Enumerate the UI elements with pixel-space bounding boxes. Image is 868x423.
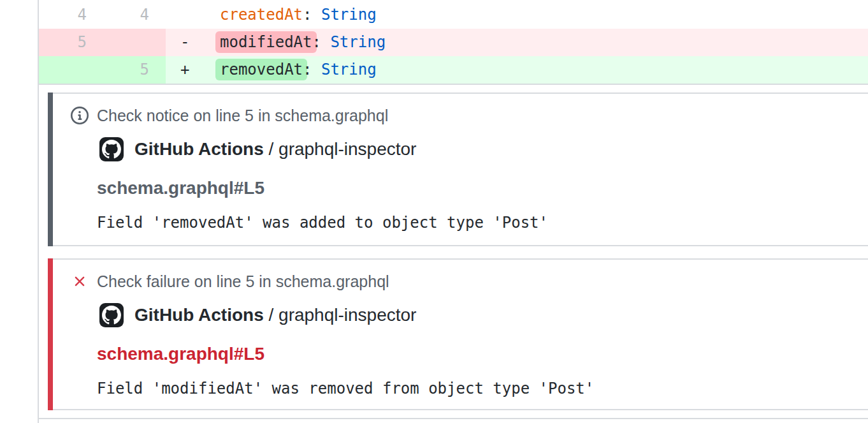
github-actions-avatar[interactable] [99,137,124,161]
failure-accent-bar [48,258,53,410]
file-container-bottom-border [39,418,868,419]
octocat-icon [102,140,121,159]
octocat-icon [102,306,121,325]
diff-row-addition: 5 +removedAt: String [39,56,868,84]
failure-header-text: Check failure on line 5 in schema.graphq… [97,272,389,290]
diff-row-deletion: 5 -modifiedAt: String [39,29,868,56]
diff-table: 4 4 createdAt: String 5 -modifiedAt: Str… [39,1,868,84]
check-failure-annotation: Check failure on line 5 in schema.graphq… [48,258,868,410]
annotation-file-link[interactable]: schema.graphql#L5 [97,344,868,364]
old-line-number[interactable] [39,56,103,84]
check-app-row: GitHub Actions / graphql-inspector [99,137,868,161]
diff-bottom-border [39,84,868,85]
notice-header: Check notice on line 5 in schema.graphql [71,107,868,124]
code-line: +removedAt: String [166,56,868,84]
diff-marker-plus: + [180,56,189,84]
failure-header: Check failure on line 5 in schema.graphq… [71,272,868,290]
check-app-row: GitHub Actions / graphql-inspector [99,303,868,327]
code-token-punct: : [312,33,331,51]
code-token-type: String [321,6,377,24]
notice-header-text: Check notice on line 5 in schema.graphql [97,107,388,124]
new-line-number[interactable] [103,29,166,56]
diff-marker-minus: - [180,29,189,56]
new-line-number[interactable]: 4 [103,1,166,29]
old-line-number[interactable]: 5 [39,29,103,56]
check-notice-annotation: Check notice on line 5 in schema.graphql… [48,93,868,246]
added-word-highlight: removedAt [215,59,307,80]
annotation-message: Field 'removedAt' was added to object ty… [97,214,868,232]
diff-row-context: 4 4 createdAt: String [39,1,868,29]
code-line: -modifiedAt: String [166,29,868,56]
github-actions-avatar[interactable] [99,303,124,327]
x-icon [71,273,88,290]
annotation-file-link[interactable]: schema.graphql#L5 [97,178,868,198]
code-line: createdAt: String [166,1,868,29]
old-line-number[interactable]: 4 [39,1,103,29]
notice-accent-bar [48,93,53,246]
diff-annotations-view: 4 4 createdAt: String 5 -modifiedAt: Str… [0,0,868,423]
annotation-message: Field 'modifiedAt' was removed from obje… [97,380,868,397]
code-token-punct: : [303,61,321,78]
code-token-punct: : [303,6,321,24]
check-tool-name: / graphql-inspector [264,137,417,161]
check-tool-name: / graphql-inspector [264,303,417,327]
deleted-word-highlight: modifiedAt [215,31,317,53]
code-token-field: createdAt [220,6,303,24]
code-token-type: String [321,61,377,78]
code-token-type: String [330,33,386,51]
info-icon [71,107,89,124]
new-line-number[interactable]: 5 [103,56,166,84]
check-app-name[interactable]: GitHub Actions [134,137,264,161]
check-app-name[interactable]: GitHub Actions [134,303,264,327]
